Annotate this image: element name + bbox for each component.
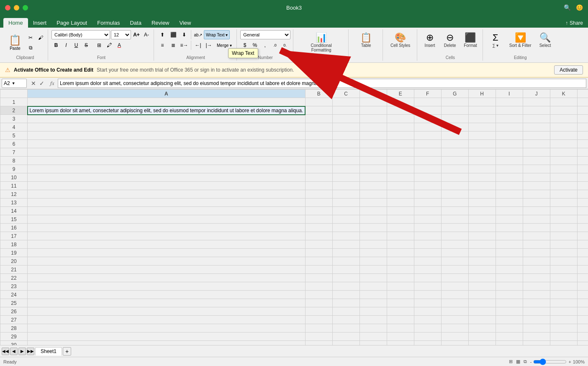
sheet-tab-sheet1[interactable]: Sheet1	[35, 347, 62, 356]
close-button[interactable]	[5, 5, 10, 10]
cell-F18[interactable]	[414, 240, 441, 249]
tab-home[interactable]: Home	[3, 18, 28, 28]
cell-H1[interactable]	[468, 98, 496, 106]
cell-H11[interactable]	[468, 182, 496, 190]
cell-C18[interactable]	[332, 240, 359, 249]
cell-I12[interactable]	[496, 190, 523, 198]
row-header-3[interactable]: 3	[0, 115, 28, 123]
minimize-button[interactable]	[14, 5, 19, 10]
cell-J26[interactable]	[523, 307, 550, 316]
fill-color-button[interactable]: 🖍	[105, 41, 114, 50]
cell-H13[interactable]	[468, 198, 496, 207]
cell-G18[interactable]	[441, 240, 468, 249]
cell-A4[interactable]	[28, 123, 306, 131]
cell-J28[interactable]	[523, 324, 550, 332]
cell-K20[interactable]	[550, 257, 577, 265]
row-header-26[interactable]: 26	[0, 307, 28, 316]
find-select-button[interactable]: 🔍 Select	[536, 30, 555, 50]
cell-I19[interactable]	[496, 249, 523, 257]
cell-F28[interactable]	[414, 324, 441, 332]
row-header-21[interactable]: 21	[0, 265, 28, 274]
cell-F10[interactable]	[414, 173, 441, 182]
cell-C3[interactable]	[332, 115, 359, 123]
sort-filter-button[interactable]: 🔽 Sort & Filter	[506, 30, 534, 50]
cell-D17[interactable]	[359, 232, 387, 240]
cell-E4[interactable]	[387, 123, 414, 131]
orientation-button[interactable]: ab↗	[193, 30, 203, 39]
cell-K8[interactable]	[550, 157, 577, 165]
cell-A26[interactable]	[28, 307, 306, 316]
cell-L28[interactable]	[577, 324, 588, 332]
cell-F8[interactable]	[414, 157, 441, 165]
cell-F30[interactable]	[414, 341, 441, 345]
cell-D1[interactable]	[359, 98, 387, 106]
sheet-nav-next[interactable]: ▶	[18, 348, 26, 355]
cell-L20[interactable]	[577, 257, 588, 265]
cell-A12[interactable]	[28, 190, 306, 198]
cell-D24[interactable]	[359, 291, 387, 299]
cell-K14[interactable]	[550, 207, 577, 215]
cell-K29[interactable]	[550, 332, 577, 341]
cell-G8[interactable]	[441, 157, 468, 165]
cell-E15[interactable]	[387, 215, 414, 224]
cell-I23[interactable]	[496, 282, 523, 291]
cell-A7[interactable]	[28, 148, 306, 157]
cell-J12[interactable]	[523, 190, 550, 198]
cell-A17[interactable]	[28, 232, 306, 240]
cell-K9[interactable]	[550, 165, 577, 173]
cell-H10[interactable]	[468, 173, 496, 182]
cell-H23[interactable]	[468, 282, 496, 291]
cell-E14[interactable]	[387, 207, 414, 215]
cell-E24[interactable]	[387, 291, 414, 299]
cell-I24[interactable]	[496, 291, 523, 299]
cell-B20[interactable]	[305, 257, 332, 265]
cell-C7[interactable]	[332, 148, 359, 157]
cell-B1[interactable]	[305, 98, 332, 106]
col-header-d[interactable]: D	[359, 90, 387, 98]
cell-B29[interactable]	[305, 332, 332, 341]
cell-K18[interactable]	[550, 240, 577, 249]
cell-I27[interactable]	[496, 316, 523, 324]
cell-L25[interactable]	[577, 299, 588, 307]
cell-A24[interactable]	[28, 291, 306, 299]
cell-L14[interactable]	[577, 207, 588, 215]
cell-H4[interactable]	[468, 123, 496, 131]
cell-E26[interactable]	[387, 307, 414, 316]
cell-I21[interactable]	[496, 265, 523, 274]
cell-L15[interactable]	[577, 215, 588, 224]
zoom-slider[interactable]	[533, 358, 567, 365]
cell-B5[interactable]	[305, 131, 332, 140]
cell-F21[interactable]	[414, 265, 441, 274]
row-header-12[interactable]: 12	[0, 190, 28, 198]
cell-H5[interactable]	[468, 131, 496, 140]
cell-K27[interactable]	[550, 316, 577, 324]
cell-C29[interactable]	[332, 332, 359, 341]
cell-D6[interactable]	[359, 140, 387, 148]
cell-E30[interactable]	[387, 341, 414, 345]
cell-A15[interactable]	[28, 215, 306, 224]
cell-C25[interactable]	[332, 299, 359, 307]
cell-L1[interactable]	[577, 98, 588, 106]
cell-A21[interactable]	[28, 265, 306, 274]
cell-F7[interactable]	[414, 148, 441, 157]
cut-button[interactable]: ✂	[26, 33, 35, 42]
cell-C9[interactable]	[332, 165, 359, 173]
row-header-1[interactable]: 1	[0, 98, 28, 106]
cell-J23[interactable]	[523, 282, 550, 291]
cell-F16[interactable]	[414, 224, 441, 232]
cell-D12[interactable]	[359, 190, 387, 198]
cell-J2[interactable]	[523, 106, 550, 115]
cell-F25[interactable]	[414, 299, 441, 307]
cell-E5[interactable]	[387, 131, 414, 140]
align-middle-button[interactable]: ⬛	[168, 30, 178, 39]
cell-H3[interactable]	[468, 115, 496, 123]
cell-J25[interactable]	[523, 299, 550, 307]
align-left-button[interactable]: ≡	[157, 41, 167, 50]
row-header-23[interactable]: 23	[0, 282, 28, 291]
cell-H29[interactable]	[468, 332, 496, 341]
cell-E28[interactable]	[387, 324, 414, 332]
cell-F13[interactable]	[414, 198, 441, 207]
add-sheet-button[interactable]: +	[63, 347, 71, 356]
cell-I28[interactable]	[496, 324, 523, 332]
cell-H12[interactable]	[468, 190, 496, 198]
